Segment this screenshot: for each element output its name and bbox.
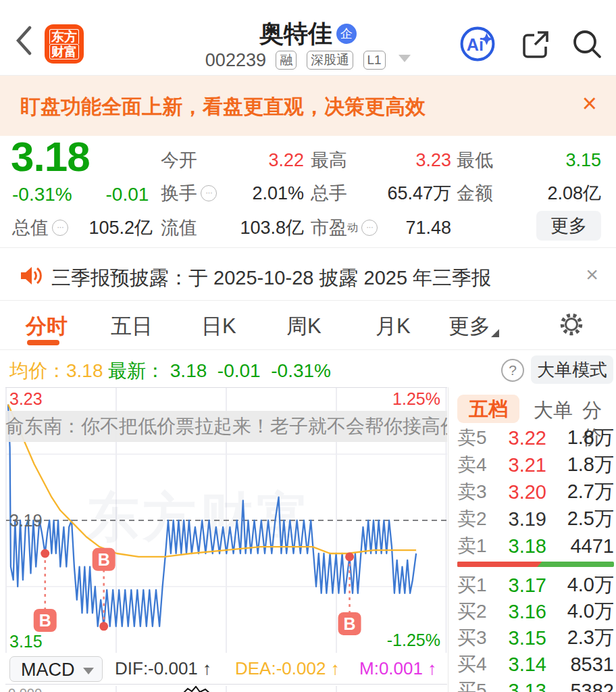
announcement-text[interactable]: 三季报预披露：于 2025-10-28 披露 2025 年三季报 bbox=[51, 265, 491, 292]
tab-daily-k[interactable]: 日K bbox=[201, 312, 236, 341]
bid-row-1[interactable]: 买1 3.17 4.0万 bbox=[457, 572, 614, 599]
bid-row-3[interactable]: 买3 3.15 2.3万 bbox=[457, 624, 614, 651]
stat-float-cap: 流值 103.8亿 bbox=[161, 216, 304, 239]
stat-pe-ratio: 市盈动··· 71.48 bbox=[311, 216, 451, 239]
y-axis-top-right-label: 1.25% bbox=[392, 390, 440, 407]
y-axis-bottom-label: 3.15 bbox=[9, 633, 43, 650]
macd-dea-value: DEA:-0.002 ↑ bbox=[235, 658, 340, 679]
dropdown-triangle-icon bbox=[83, 668, 94, 674]
svg-text:B: B bbox=[39, 611, 51, 630]
enterprise-badge[interactable]: 企 bbox=[336, 24, 357, 44]
tab-five-levels[interactable]: 五档 bbox=[457, 395, 519, 423]
divider bbox=[0, 349, 616, 350]
tab-weekly-k[interactable]: 周K bbox=[286, 312, 322, 341]
level-tag: L1 bbox=[363, 51, 386, 70]
tab-more[interactable]: 更多 bbox=[448, 312, 490, 341]
macd-line-preview bbox=[5, 686, 447, 692]
macd-axis-tick: 0.000 bbox=[8, 686, 42, 692]
y-axis-bottom-right-label: -1.25% bbox=[387, 631, 440, 649]
caret-down-icon[interactable] bbox=[399, 55, 411, 62]
ai-icon-text: Ai bbox=[467, 35, 484, 54]
promo-banner-text: 盯盘功能全面上新，看盘更直观，决策更高效 bbox=[20, 93, 426, 121]
share-icon[interactable] bbox=[519, 28, 551, 61]
svg-text:B: B bbox=[344, 614, 356, 633]
stat-market-cap: 总值··· 105.2亿 bbox=[12, 216, 153, 239]
latest-price-label: 最新： 3.18 -0.01 -0.31% bbox=[108, 358, 331, 384]
more-stats-button[interactable]: 更多 bbox=[536, 211, 601, 241]
macd-dif-value: DIF:-0.001 ↑ bbox=[115, 658, 211, 679]
stat-low: 最低 3.15 bbox=[457, 149, 601, 172]
svg-text:B: B bbox=[98, 550, 110, 569]
buy-sell-ratio-bar bbox=[457, 562, 614, 567]
divider bbox=[0, 247, 616, 248]
avg-price-label: 均价：3.18 bbox=[9, 358, 103, 384]
y-axis-mid-label: 3.19 bbox=[9, 512, 43, 529]
avg-price-value: 3.18 bbox=[66, 360, 103, 381]
stock-detail-page: { "colors": { "up_red": "#f23c3c", "down… bbox=[0, 0, 616, 692]
last-price: 3.18 bbox=[11, 132, 90, 180]
bid-row-2[interactable]: 买2 3.16 4.0万 bbox=[457, 598, 614, 625]
change-percent: -0.31% bbox=[12, 184, 72, 205]
help-icon[interactable]: ? bbox=[501, 359, 524, 382]
chart-settings-gear-icon[interactable] bbox=[558, 311, 585, 338]
announcement-close-icon[interactable]: × bbox=[586, 262, 598, 287]
price-change-row: -0.31% -0.01 bbox=[12, 184, 177, 205]
bid-row-5[interactable]: 买5 3.13 5382 bbox=[457, 677, 614, 692]
macd-subchart-preview: 0.000 bbox=[5, 684, 447, 692]
ask-row-2[interactable]: 卖2 3.19 2.5万 bbox=[457, 505, 614, 533]
banner-close-icon[interactable]: × bbox=[582, 89, 597, 118]
info-icon[interactable]: ··· bbox=[361, 220, 378, 236]
tab-five-day[interactable]: 五日 bbox=[111, 312, 153, 341]
active-tab-underline bbox=[27, 340, 59, 345]
app-header: 东方 财富 奥特佳企 002239 融 深股通 L1 Ai bbox=[0, 0, 616, 76]
promo-banner[interactable]: 盯盘功能全面上新，看盘更直观，决策更高效 × bbox=[0, 76, 616, 136]
announcement-speaker-icon bbox=[19, 264, 43, 288]
stat-high: 最高 3.23 bbox=[311, 149, 451, 172]
margin-tag: 融 bbox=[276, 51, 297, 70]
latest-change: -0.01 bbox=[217, 360, 261, 381]
tab-monthly-k[interactable]: 月K bbox=[376, 312, 411, 341]
stock-name: 奥特佳 bbox=[259, 20, 332, 47]
intraday-chart[interactable]: 东方财富 BBB 俞东南：你不把低价票拉起来！老子就不会帮你接高价科技 3.23… bbox=[5, 387, 447, 653]
stock-code: 002239 bbox=[205, 50, 266, 70]
indicator-bar: MACD DIF:-0.001 ↑ DEA:-0.002 ↑ M:0.001 ↑ bbox=[0, 653, 447, 684]
ask-row-5[interactable]: 卖5 3.22 1.8万 bbox=[457, 424, 614, 451]
ask-row-1[interactable]: 卖1 3.18 4471 bbox=[457, 533, 614, 560]
latest-price-value: 3.18 bbox=[170, 360, 207, 381]
bid-row-4[interactable]: 买4 3.14 8531 bbox=[457, 651, 614, 678]
stat-amount: 金额 2.08亿 bbox=[457, 182, 601, 205]
tab-minute-chart[interactable]: 分时 bbox=[26, 312, 68, 341]
stat-turnover: 换手··· 2.01% bbox=[161, 182, 304, 205]
indicator-selector[interactable]: MACD bbox=[9, 656, 103, 682]
sell-ratio-segment bbox=[457, 562, 542, 567]
comment-overlay: 俞东南：你不把低价票拉起来！老子就不会帮你接高价科技 bbox=[5, 411, 447, 442]
latest-percent: -0.31% bbox=[271, 360, 331, 381]
search-icon[interactable] bbox=[570, 27, 604, 61]
stat-volume: 总手 65.47万 bbox=[311, 182, 451, 205]
divider bbox=[0, 300, 616, 301]
info-icon[interactable]: ··· bbox=[201, 185, 217, 201]
info-icon[interactable]: ··· bbox=[52, 220, 68, 236]
tab-big-orders[interactable]: 大单 bbox=[534, 397, 573, 424]
connect-tag: 深股通 bbox=[307, 51, 353, 70]
order-book-panel: 五档 大单 分价 卖5 3.22 1.8万 卖4 3.21 1.8万 卖3 3.… bbox=[448, 387, 616, 692]
ask-row-3[interactable]: 卖3 3.20 2.7万 bbox=[457, 478, 614, 505]
ai-assistant-icon[interactable]: Ai bbox=[459, 26, 496, 62]
big-order-mode-button[interactable]: 大单模式 bbox=[531, 355, 613, 384]
macd-m-value: M:0.001 ↑ bbox=[359, 658, 436, 679]
y-axis-top-label: 3.23 bbox=[9, 390, 43, 407]
change-amount: -0.01 bbox=[106, 184, 149, 205]
more-tab-triangle-icon bbox=[491, 329, 499, 337]
ask-row-4[interactable]: 卖4 3.21 1.8万 bbox=[457, 451, 614, 478]
stat-open: 今开 3.22 bbox=[161, 149, 304, 172]
